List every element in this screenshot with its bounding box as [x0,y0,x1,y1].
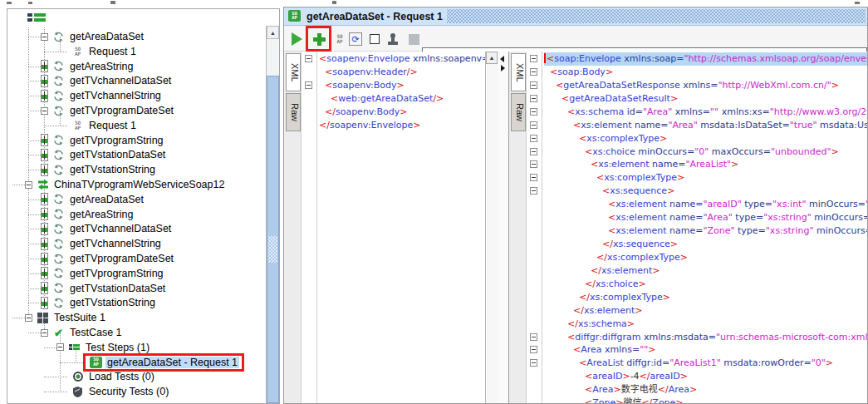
response-xml-editor[interactable]: XML Raw <soap:Envelope xmlns:soap="http:… [508,52,867,403]
recreate-icon[interactable]: ⟳ [348,32,363,47]
code-line[interactable]: <soapenv:Header/> [319,66,485,79]
tree-item-gettvstationdataset[interactable]: getTVstationDataSet [7,281,265,296]
expand-toggle-icon[interactable] [41,75,48,87]
fold-toggle-icon[interactable] [530,333,537,341]
code-line[interactable]: <soap:Body> [544,66,867,79]
tree-item-getareastring[interactable]: getAreaString [7,59,265,74]
fold-toggle-icon[interactable] [530,121,537,129]
fold-toggle-icon[interactable] [530,359,537,367]
expand-toggle-icon[interactable] [41,164,48,176]
code-line[interactable]: <areaID>-4</areaID> [544,370,867,383]
code-line[interactable]: <web:getAreaDataSet/> [319,92,485,106]
code-line[interactable]: <Area xmlns=""> [544,343,867,357]
tree-item-gettvchanneldataset[interactable]: getTVchannelDataSet [7,73,265,88]
code-line[interactable]: </xs:element> [544,304,867,318]
tree-item-getareadataset-request-1[interactable]: SOAPgetAreaDataSet - Request 1 [7,355,265,370]
fold-toggle-icon[interactable] [530,148,537,155]
soap-icon[interactable]: SOAP [332,32,347,47]
scroll-up-button[interactable]: ▲ [267,26,279,39]
fold-toggle-icon[interactable] [530,95,537,102]
tree-item-getareadataset[interactable]: getAreaDataSet [7,29,265,44]
code-line[interactable]: <soapenv:Envelope xmlns:soapenv="http [319,52,485,66]
tree-item-load-tests-0-[interactable]: Load Tests (0) [7,369,265,384]
fold-toggle-icon[interactable] [305,81,312,89]
code-line[interactable]: <Zone>微信</Zone> [544,397,867,403]
request-xml-editor[interactable]: XML Raw <soapenv:Envelope xmlns:soapenv=… [284,52,498,403]
fold-toggle-icon[interactable] [530,108,537,116]
square-icon[interactable] [367,32,382,47]
tab-xml[interactable]: XML [511,53,526,91]
tree-item-gettvchanneldataset[interactable]: getTVchannelDataSet [7,221,265,236]
code-line[interactable]: <xs:element name="Area" type="xs:string"… [544,211,867,224]
tree-item-gettvstationstring[interactable]: getTVstationString [7,295,265,310]
tree-item-getareadataset[interactable]: getAreaDataSet [7,192,265,207]
code-line[interactable]: </xs:sequence> [544,238,867,251]
fold-toggle-icon[interactable] [530,55,537,62]
request-code-area[interactable]: <soapenv:Envelope xmlns:soapenv="http <s… [317,52,485,403]
expand-toggle-icon[interactable] [41,60,48,72]
code-line[interactable]: </xs:complexType> [544,251,867,264]
tree-item-testcase-1[interactable]: ✔TestCase 1 [7,325,265,340]
editor-splitter[interactable] [498,52,508,403]
tree-item-request-1[interactable]: SOAPRequest 1 [7,118,265,133]
window-title-bar[interactable]: SOAP getAreaDataSet - Request 1 [284,7,867,26]
code-line[interactable]: <Area>数字电视</Area> [544,383,867,397]
code-line[interactable]: </xs:element> [544,264,867,278]
expand-toggle-icon[interactable] [41,297,48,309]
code-line[interactable]: <soap:Envelope xmlns:soap="http://schema… [544,52,867,66]
fold-toggle-icon[interactable] [530,81,537,89]
code-line[interactable]: <xs:complexType> [544,171,867,185]
code-line[interactable]: <xs:element name="AreaList"> [544,158,867,171]
tree-item-gettvstationdataset[interactable]: getTVstationDataSet [7,147,265,162]
tree-item-getareastring[interactable]: getAreaString [7,207,265,222]
expand-toggle-icon[interactable] [41,193,48,205]
play-icon[interactable] [289,32,304,47]
code-line[interactable]: <soapenv:Body> [319,79,485,92]
collapse-toggle-icon[interactable] [25,181,32,189]
response-code-area[interactable]: <soap:Envelope xmlns:soap="http://schema… [542,52,867,403]
expand-toggle-icon[interactable] [41,90,48,102]
code-line[interactable]: <xs:sequence> [544,185,867,198]
expand-toggle-icon[interactable] [41,149,48,161]
code-line[interactable]: <diffgr:diffgram xmlns:msdata="urn:schem… [544,331,867,344]
expand-toggle-icon[interactable] [41,208,48,220]
tree-item-security-tests-0-[interactable]: Security Tests (0) [7,384,265,399]
expand-toggle-icon[interactable] [41,223,48,235]
collapse-toggle-icon[interactable] [56,343,64,351]
code-line[interactable]: <xs:element name="areaID" type="xs:int" … [544,198,867,211]
fold-toggle-icon[interactable] [530,187,537,195]
code-line[interactable]: </xs:choice> [544,278,867,291]
code-line[interactable]: <getAreaDataSetResponse xmlns="http://We… [544,79,867,92]
scroll-up-button[interactable]: ▲ [486,52,498,64]
fold-toggle-icon[interactable] [530,68,537,76]
fold-toggle-icon[interactable] [530,135,537,142]
collapse-toggle-icon[interactable] [41,329,48,337]
code-line[interactable]: <xs:schema id="Area" xmlns="" xmlns:xs="… [544,106,867,119]
collapse-toggle-icon[interactable] [41,33,48,41]
collapse-toggle-icon[interactable] [25,314,32,322]
request-scrollbar[interactable]: ▲ [485,52,498,403]
fold-toggle-icon[interactable] [305,55,312,62]
code-line[interactable]: <xs:element name="Zone" type="xs:string"… [544,224,867,238]
code-line[interactable]: </soapenv:Body> [319,106,485,119]
code-line[interactable]: <xs:choice minOccurs="0" maxOccurs="unbo… [544,145,867,159]
fold-toggle-icon[interactable] [530,346,537,353]
fold-toggle-icon[interactable] [530,174,537,181]
code-line[interactable]: <xs:element name="Area" msdata:IsDataSet… [544,119,867,132]
expand-toggle-icon[interactable] [41,282,48,294]
tab-raw[interactable]: Raw [511,93,526,131]
collapse-toggle-icon[interactable] [41,107,48,115]
tree-scrollbar[interactable]: ▲ [266,26,279,403]
expand-toggle-icon[interactable] [41,253,48,265]
tree-item-gettvprogramstring[interactable]: getTVprogramString [7,266,265,281]
tree-item-gettvprogramstring[interactable]: getTVprogramString [7,133,265,148]
tab-raw[interactable]: Raw [286,93,301,131]
tree-item-gettvprogramdateset[interactable]: getTVprogramDateSet [7,251,265,266]
scrollbar-thumb[interactable] [267,76,279,403]
expand-toggle-icon[interactable] [41,134,48,146]
tree-item-testsuite-1[interactable]: TestSuite 1 [7,310,265,325]
tree-item-gettvchannelstring[interactable]: getTVchannelString [7,236,265,251]
tree-item-chinatvprogramwebservicesoap12[interactable]: ChinaTVprogramWebServiceSoap12 [7,177,265,192]
expand-toggle-icon[interactable] [41,238,48,250]
code-line[interactable]: <getAreaDataSetResult> [544,92,867,106]
